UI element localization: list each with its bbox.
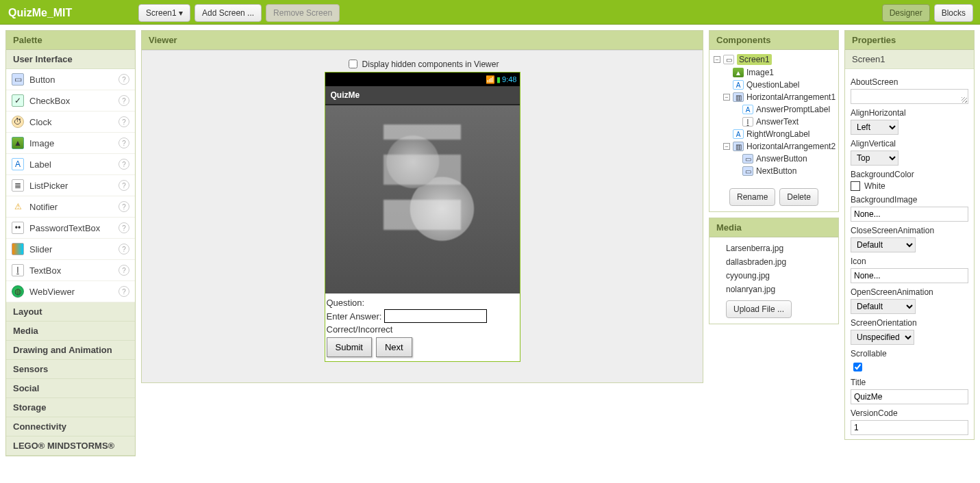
checkbox-icon: ✓	[12, 94, 24, 107]
closeanim-select[interactable]: Default	[851, 237, 916, 252]
aboutscreen-input[interactable]	[851, 89, 968, 104]
palette-item-listpicker[interactable]: ≣ ListPicker ?	[6, 175, 135, 196]
password-icon: ••	[12, 222, 24, 234]
color-swatch-icon	[851, 181, 860, 191]
help-icon[interactable]: ?	[118, 222, 129, 233]
bgcolor-value[interactable]: White	[851, 181, 968, 191]
collapse-icon[interactable]: −	[714, 56, 720, 63]
palette-category-layout[interactable]: Layout	[6, 302, 135, 322]
help-icon[interactable]: ?	[118, 74, 129, 85]
submit-button[interactable]: Submit	[327, 337, 372, 357]
palette-item-password[interactable]: •• PasswordTextBox ?	[6, 218, 135, 239]
help-icon[interactable]: ?	[118, 138, 129, 148]
palette-item-notifier[interactable]: ⚠ Notifier ?	[6, 196, 135, 218]
screen-dropdown[interactable]: Screen1 ▾	[138, 4, 190, 22]
delete-button[interactable]: Delete	[779, 188, 818, 206]
tree-node-abtn[interactable]: ▭ AnswerButton	[711, 153, 837, 165]
palette-category-media[interactable]: Media	[6, 322, 135, 341]
project-name: QuizMe_MIT	[8, 7, 138, 19]
title-label: Title	[851, 378, 968, 387]
tree-node-nbtn[interactable]: ▭ NextButton	[711, 165, 837, 177]
alignh-select[interactable]: Left	[851, 120, 899, 135]
palette-item-slider[interactable]: Slider ?	[6, 239, 135, 260]
palette-category-drawing[interactable]: Drawing and Animation	[6, 341, 135, 360]
tree-node-atxt[interactable]: I AnswerText	[711, 116, 837, 128]
designer-button[interactable]: Designer	[882, 4, 930, 22]
properties-target: Screen1	[845, 50, 974, 69]
blocks-button[interactable]: Blocks	[934, 4, 973, 22]
tree-node-image[interactable]: ▲ Image1	[711, 66, 837, 79]
clock-icon: ⏱	[12, 116, 24, 128]
palette-category-connectivity[interactable]: Connectivity	[6, 417, 135, 436]
scroll-checkbox[interactable]	[853, 363, 862, 371]
components-title: Components	[709, 31, 838, 50]
palette-category-storage[interactable]: Storage	[6, 398, 135, 417]
version-input[interactable]	[851, 420, 968, 435]
alignv-select[interactable]: Top	[851, 151, 899, 166]
palette-category-social[interactable]: Social	[6, 379, 135, 398]
show-hidden-checkbox[interactable]: Display hidden components in Viewer	[346, 57, 499, 70]
next-button[interactable]: Next	[376, 337, 412, 357]
components-panel: Components − ▭ Screen1 ▲ Image1 A Questi…	[709, 30, 839, 212]
phone-title: QuizMe	[325, 86, 520, 105]
tree-node-apl[interactable]: A AnswerPromptLabel	[711, 103, 837, 116]
add-screen-button[interactable]: Add Screen ...	[194, 4, 262, 22]
help-icon[interactable]: ?	[118, 159, 129, 170]
palette-item-label[interactable]: A Label ?	[6, 154, 135, 175]
screen-toolbar: Screen1 ▾ Add Screen ... Remove Screen	[138, 4, 340, 22]
webviewer-icon: ◍	[12, 285, 24, 298]
media-title: Media	[709, 218, 838, 237]
palette-category-sensors[interactable]: Sensors	[6, 360, 135, 379]
palette-subheader[interactable]: User Interface	[6, 50, 135, 69]
media-file[interactable]: dallasbraden.jpg	[716, 255, 831, 269]
icon-label: Icon	[851, 257, 968, 266]
remove-screen-button[interactable]: Remove Screen	[266, 4, 340, 22]
title-input[interactable]	[851, 389, 968, 404]
answer-input[interactable]	[384, 309, 487, 323]
question-label: Question:	[327, 298, 365, 308]
tree-node-rwl[interactable]: A RightWrongLabel	[711, 128, 837, 140]
phone-preview[interactable]: 📶 ▮ 9:48 QuizMe Question: Enter Answer: …	[325, 72, 520, 362]
palette-category-lego[interactable]: LEGO® MINDSTORMS®	[6, 436, 135, 456]
label-icon: A	[12, 158, 24, 170]
tree-node-ha2[interactable]: − ▥ HorizontalArrangement2	[711, 140, 837, 153]
palette-item-image[interactable]: ▲ Image ?	[6, 133, 135, 154]
palette-item-button[interactable]: ▭ Button ?	[6, 69, 135, 90]
rename-button[interactable]: Rename	[729, 188, 775, 206]
collapse-icon[interactable]: −	[723, 94, 730, 101]
viewer-title: Viewer	[142, 31, 703, 50]
icon-input[interactable]	[851, 268, 968, 283]
help-icon[interactable]: ?	[118, 180, 129, 191]
help-icon[interactable]: ?	[118, 116, 129, 127]
bgimage-input[interactable]	[851, 207, 968, 222]
label-icon: A	[733, 80, 744, 90]
help-icon[interactable]: ?	[118, 95, 129, 106]
palette-item-checkbox[interactable]: ✓ CheckBox ?	[6, 90, 135, 112]
help-icon[interactable]: ?	[118, 265, 129, 276]
slider-icon	[12, 243, 24, 255]
media-file[interactable]: cyyoung.jpg	[716, 269, 831, 283]
orient-label: ScreenOrientation	[851, 318, 968, 328]
openanim-select[interactable]: Default	[851, 299, 916, 314]
upload-file-button[interactable]: Upload File ...	[726, 300, 792, 318]
tree-node-questionlabel[interactable]: A QuestionLabel	[711, 79, 837, 91]
media-file[interactable]: nolanryan.jpg	[716, 283, 831, 296]
show-hidden-input[interactable]	[349, 60, 357, 68]
help-icon[interactable]: ?	[118, 201, 129, 212]
media-file[interactable]: Larsenberra.jpg	[716, 242, 831, 255]
properties-title: Properties	[845, 31, 974, 50]
scroll-label: Scrollable	[851, 349, 968, 358]
palette-item-webviewer[interactable]: ◍ WebViewer ?	[6, 281, 135, 302]
collapse-icon[interactable]: −	[723, 143, 730, 150]
tree-node-screen[interactable]: − ▭ Screen1	[711, 53, 837, 66]
signal-icon: ▮	[497, 75, 501, 84]
tree-node-ha1[interactable]: − ▥ HorizontalArrangement1	[711, 91, 837, 103]
layout-icon: ▥	[733, 92, 744, 102]
help-icon[interactable]: ?	[118, 286, 129, 297]
phone-statusbar: 📶 ▮ 9:48	[325, 73, 520, 86]
help-icon[interactable]: ?	[118, 244, 129, 254]
palette-item-clock[interactable]: ⏱ Clock ?	[6, 112, 135, 133]
orient-select[interactable]: Unspecified	[851, 330, 914, 345]
palette-item-textbox[interactable]: I TextBox ?	[6, 260, 135, 281]
preview-image[interactable]	[325, 105, 520, 293]
